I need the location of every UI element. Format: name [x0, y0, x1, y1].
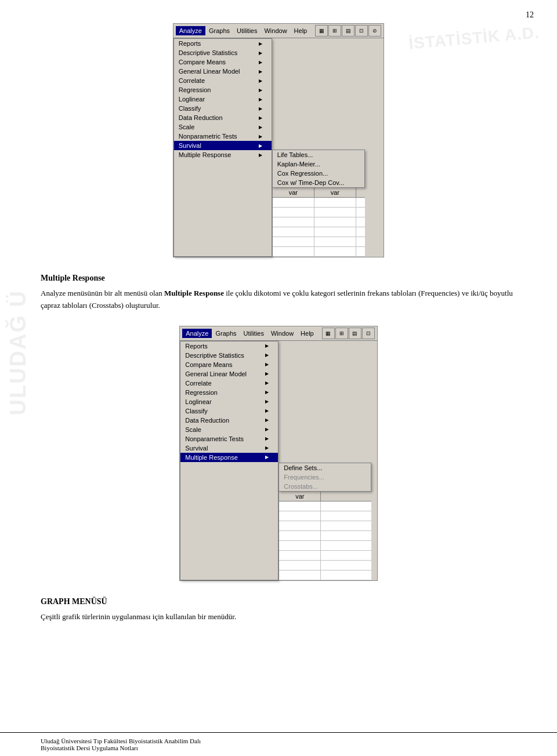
toolbar-icon-6: ▦ — [322, 328, 335, 339]
menu-item-scale-2[interactable]: Scale▶ — [180, 425, 278, 434]
footer-line-1: Uludağ Üniversitesi Tıp Fakültesi Biyois… — [41, 737, 516, 744]
spss-body-1: Reports▶ Descriptive Statistics▶ Compare… — [173, 38, 384, 257]
toolbar-icon-2: ⊞ — [328, 25, 341, 37]
menu-item-regression-2[interactable]: Regression▶ — [180, 388, 278, 397]
submenu-coxtime-1[interactable]: Cox w/ Time-Dep Cov... — [273, 178, 364, 187]
footer-line-2: Biyoistatistik Dersi Uygulama Notları — [41, 744, 516, 751]
menu-item-datared-1[interactable]: Data Reduction▶ — [174, 113, 272, 122]
toolbar-icon-1: ▦ — [315, 25, 328, 37]
menu-item-loglinear-2[interactable]: Loglinear▶ — [180, 397, 278, 406]
toolbar-icon-5: ⊘ — [368, 25, 381, 37]
page-number: 12 — [526, 10, 534, 20]
dropdown-menu-1: Reports▶ Descriptive Statistics▶ Compare… — [173, 38, 272, 257]
submenu-survival-1: Life Tables... Kaplan-Meier... Cox Regre… — [272, 150, 365, 188]
menu-item-correlate-2[interactable]: Correlate▶ — [180, 379, 278, 388]
menu-item-reports-2[interactable]: Reports▶ — [180, 341, 278, 351]
menu-item-glm-1[interactable]: General Linear Model▶ — [174, 67, 272, 76]
screenshot-1: Analyze Graphs Utilities Window Help ▦ ⊞… — [41, 23, 516, 257]
menu-item-scale-1[interactable]: Scale▶ — [174, 122, 272, 132]
spreadsheet-row — [279, 570, 371, 580]
spss-window-2: Analyze Graphs Utilities Window Help ▦ ⊞… — [179, 326, 377, 581]
spreadsheet-row — [279, 551, 371, 561]
submenu-lifetables-1[interactable]: Life Tables... — [273, 150, 364, 159]
menu-help-1[interactable]: Help — [291, 26, 311, 35]
menu-item-correlate-1[interactable]: Correlate▶ — [174, 76, 272, 85]
toolbar-icon-9: ⊡ — [362, 328, 375, 339]
spreadsheet-row — [279, 561, 371, 570]
menu-graphs-1[interactable]: Graphs — [205, 26, 233, 35]
toolbar-icon-7: ⊞ — [335, 328, 348, 339]
menu-item-classify-1[interactable]: Classify▶ — [174, 104, 272, 113]
menu-item-regression-1[interactable]: Regression▶ — [174, 85, 272, 94]
menu-utilities-1[interactable]: Utilities — [233, 26, 261, 35]
col-var-3: var — [279, 492, 321, 501]
menu-item-glm-2[interactable]: General Linear Model▶ — [180, 369, 278, 379]
spreadsheet-2: var — [278, 492, 371, 580]
col-var-2: var — [314, 188, 356, 197]
menu-analyze-1[interactable]: Analyze — [176, 26, 205, 35]
menu-item-compare-2[interactable]: Compare Means▶ — [180, 360, 278, 369]
dropdown-menu-2: Reports▶ Descriptive Statistics▶ Compare… — [180, 341, 278, 580]
menu-item-loglinear-1[interactable]: Loglinear▶ — [174, 94, 272, 104]
menu-help-2[interactable]: Help — [297, 329, 317, 338]
spreadsheet-row — [273, 247, 365, 257]
toolbar-icon-4: ⊡ — [355, 25, 368, 37]
section-text-1: Analyze menüsünün bir alt menüsü olan Mu… — [41, 288, 516, 312]
spreadsheet-row — [273, 227, 365, 237]
watermark-corner: ULUDAĞ Ü — [6, 290, 31, 416]
submenu-kaplan-1[interactable]: Kaplan-Meier... — [273, 159, 364, 169]
spreadsheet-1: var var — [272, 188, 365, 257]
menu-item-survival-2[interactable]: Survival▶ — [180, 444, 278, 453]
col-var-1: var — [273, 188, 314, 197]
submenu-crosstabs-2: Crosstabs... — [279, 482, 371, 491]
spreadsheet-row — [273, 237, 365, 247]
menu-item-datared-2[interactable]: Data Reduction▶ — [180, 416, 278, 425]
spreadsheet-row — [273, 198, 365, 208]
spss-body-2: Reports▶ Descriptive Statistics▶ Compare… — [180, 341, 377, 580]
menu-item-nonparam-1[interactable]: Nonparametric Tests▶ — [174, 132, 272, 141]
footer: Uludağ Üniversitesi Tıp Fakültesi Biyois… — [0, 732, 557, 756]
spreadsheet-row — [279, 541, 371, 551]
toolbar-icon-3: ▤ — [342, 25, 355, 37]
spreadsheet-row — [279, 511, 371, 521]
spreadsheet-row — [279, 521, 371, 531]
menu-window-1[interactable]: Window — [261, 26, 290, 35]
menu-graphs-2[interactable]: Graphs — [212, 329, 240, 338]
screenshot-2: Analyze Graphs Utilities Window Help ▦ ⊞… — [41, 326, 516, 581]
section-heading-2: GRAPH MENÜSÜ — [41, 597, 516, 606]
menu-item-compare-1[interactable]: Compare Means▶ — [174, 57, 272, 67]
menu-window-2[interactable]: Window — [267, 329, 297, 338]
menu-item-survival-1[interactable]: Survival▶ — [174, 141, 272, 150]
spreadsheet-row — [279, 531, 371, 541]
submenu-multiple-2: Define Sets... Frequencies... Crosstabs.… — [278, 463, 371, 492]
menu-item-reports-1[interactable]: Reports▶ — [174, 39, 272, 48]
menu-item-nonparam-2[interactable]: Nonparametric Tests▶ — [180, 434, 278, 444]
toolbar-icon-8: ▤ — [349, 328, 361, 339]
menu-item-classify-2[interactable]: Classify▶ — [180, 406, 278, 416]
submenu-frequencies-2: Frequencies... — [279, 472, 371, 482]
menu-item-multiple-2[interactable]: Multiple Response▶ — [180, 453, 278, 462]
spreadsheet-header-1: var var — [273, 188, 365, 198]
section-text-2: Çeşitli grafik türlerinin uygulanması iç… — [41, 611, 516, 623]
menu-analyze-2[interactable]: Analyze — [182, 329, 212, 338]
spreadsheet-row — [273, 217, 365, 227]
spreadsheet-row — [279, 501, 371, 511]
menu-bar-1: Analyze Graphs Utilities Window Help ▦ ⊞… — [173, 24, 384, 38]
menu-item-descriptive-2[interactable]: Descriptive Statistics▶ — [180, 351, 278, 360]
menu-item-descriptive-1[interactable]: Descriptive Statistics▶ — [174, 48, 272, 57]
menu-utilities-2[interactable]: Utilities — [240, 329, 267, 338]
submenu-cox-1[interactable]: Cox Regression... — [273, 169, 364, 178]
spreadsheet-row — [273, 208, 365, 217]
menu-bar-2: Analyze Graphs Utilities Window Help ▦ ⊞… — [180, 326, 377, 341]
submenu-definesets-2[interactable]: Define Sets... — [279, 463, 371, 472]
menu-item-multiple-1[interactable]: Multiple Response▶ — [174, 150, 272, 159]
spss-window-1: Analyze Graphs Utilities Window Help ▦ ⊞… — [173, 23, 384, 257]
section-heading-1: Multiple Response — [41, 274, 516, 283]
spreadsheet-header-2: var — [279, 492, 371, 501]
